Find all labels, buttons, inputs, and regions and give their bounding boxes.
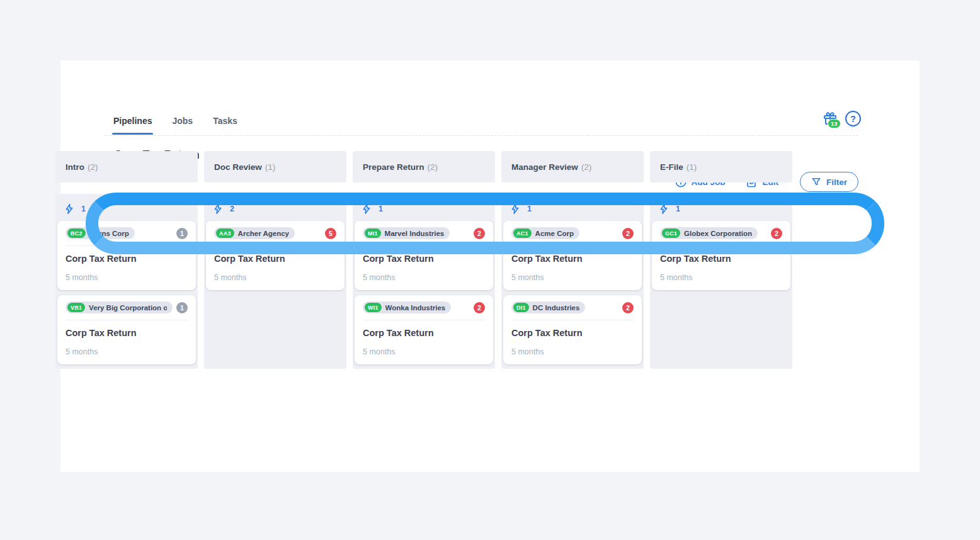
column-count: (2) [88,162,98,172]
automation-indicator[interactable]: 1 [57,201,196,221]
client-name: Archer Agency [238,230,289,237]
client-code-badge: MI1 [365,228,381,238]
card-duration: 5 months [363,347,485,356]
column-header: Doc Review(1) [204,151,346,183]
client-name: Acme Corp [535,230,574,237]
tab-pipelines[interactable]: Pipelines [113,116,152,135]
due-count-badge: 2 [622,228,634,239]
automation-indicator[interactable]: 1 [355,201,493,221]
board: Intro(2)1BC2Burns Corp1Corp Tax Return5 … [55,151,792,369]
automation-count: 1 [676,205,680,213]
card-duration: 5 months [214,273,336,282]
column-body: 1GC1Globex Corporation2Corp Tax Return5 … [650,194,792,369]
card-divider [214,245,336,246]
due-count-badge: 5 [325,228,336,239]
help-icon[interactable]: ? [845,111,861,127]
job-card[interactable]: VB1Very Big Corporation of Am...1Corp Ta… [57,295,196,364]
due-count-badge: 2 [474,302,485,313]
job-card[interactable]: MI1Marvel Industries2Corp Tax Return5 mo… [355,221,493,290]
card-badge-row: WI1Wonka Industries2 [363,301,485,313]
pipeline-column-intro: Intro(2)1BC2Burns Corp1Corp Tax Return5 … [55,151,198,369]
card-divider [66,320,188,320]
card-duration: 5 months [511,347,634,356]
card-divider [511,245,634,246]
card-title: Corp Tax Return [363,328,485,338]
job-card[interactable]: GC1Globex Corporation2Corp Tax Return5 m… [652,221,790,290]
client-badge[interactable]: BC2Burns Corp [66,227,135,239]
card-badge-row: BC2Burns Corp1 [66,227,188,239]
client-name: Wonka Industries [385,304,446,312]
card-duration: 5 months [511,273,634,282]
column-name: Manager Review [511,162,578,172]
due-count-badge: 2 [474,228,485,239]
automation-bolt-icon [362,203,372,215]
column-name: E-File [660,162,683,172]
tabs-separator [105,135,858,136]
card-duration: 5 months [66,347,188,356]
client-badge[interactable]: AA3Archer Agency [214,227,295,239]
automation-bolt-icon [510,203,520,215]
card-divider [363,245,485,246]
gift-icon[interactable]: 13 [823,111,841,130]
due-count-badge: 1 [176,302,188,313]
column-count: (2) [581,162,592,172]
job-card[interactable]: AC1Acme Corp2Corp Tax Return5 months [503,221,642,290]
automation-indicator[interactable]: 1 [503,201,642,221]
column-header: E-File(1) [650,151,792,183]
due-count-badge: 2 [622,302,634,313]
job-card[interactable]: BC2Burns Corp1Corp Tax Return5 months [57,221,196,290]
column-name: Doc Review [214,162,262,172]
pipeline-column-e-file: E-File(1)1GC1Globex Corporation2Corp Tax… [650,151,792,369]
card-badge-row: VB1Very Big Corporation of Am...1 [66,301,188,313]
card-title: Corp Tax Return [363,254,485,264]
pipeline-column-doc-review: Doc Review(1)2AA3Archer Agency5Corp Tax … [204,151,346,369]
top-tabs: Pipelines Jobs Tasks [113,116,237,135]
card-title: Corp Tax Return [511,328,634,338]
card-divider [363,320,485,320]
card-title: Corp Tax Return [511,254,634,264]
automation-count: 2 [230,205,234,213]
card-badge-row: AC1Acme Corp2 [511,227,634,239]
card-duration: 5 months [660,273,782,282]
job-card[interactable]: AA3Archer Agency5Corp Tax Return5 months [206,221,345,290]
automation-bolt-icon [64,203,74,215]
automation-indicator[interactable]: 2 [206,201,345,221]
client-badge[interactable]: VB1Very Big Corporation of Am... [66,301,173,313]
automation-bolt-icon [213,203,223,215]
client-name: Very Big Corporation of Am... [89,304,167,312]
tab-tasks[interactable]: Tasks [213,116,237,135]
due-count-badge: 2 [771,228,782,239]
client-code-badge: WI1 [365,303,382,312]
card-badge-row: MI1Marvel Industries2 [363,227,485,239]
column-body: 1AC1Acme Corp2Corp Tax Return5 monthsDI1… [501,194,644,369]
automation-count: 1 [81,205,86,213]
client-badge[interactable]: DI1DC Industries [511,301,585,313]
client-badge[interactable]: WI1Wonka Industries [363,301,451,313]
due-count-badge: 1 [176,228,188,239]
column-header: Manager Review(2) [501,151,644,183]
client-badge[interactable]: AC1Acme Corp [511,227,579,239]
card-divider [66,245,188,246]
automation-indicator[interactable]: 1 [652,201,790,221]
card-title: Corp Tax Return [66,254,188,264]
column-count: (1) [265,162,276,172]
client-code-badge: VB1 [67,303,85,312]
gift-count-badge: 13 [828,119,841,128]
card-badge-row: AA3Archer Agency5 [214,227,336,239]
card-title: Corp Tax Return [660,254,782,264]
job-card[interactable]: DI1DC Industries2Corp Tax Return5 months [503,295,642,364]
client-code-badge: DI1 [513,303,529,312]
column-name: Prepare Return [363,162,424,172]
job-card[interactable]: WI1Wonka Industries2Corp Tax Return5 mon… [355,295,493,364]
card-title: Corp Tax Return [214,254,336,264]
client-code-badge: BC2 [67,228,86,238]
client-name: DC Industries [533,304,580,312]
automation-count: 1 [379,205,383,213]
filter-button[interactable]: Filter [800,172,858,192]
pipeline-column-prepare-return: Prepare Return(2)1MI1Marvel Industries2C… [353,151,495,369]
client-code-badge: AC1 [513,228,532,238]
filter-funnel-icon [811,177,821,187]
tab-jobs[interactable]: Jobs [172,116,193,135]
client-badge[interactable]: GC1Globex Corporation [660,227,758,239]
client-badge[interactable]: MI1Marvel Industries [363,227,450,239]
